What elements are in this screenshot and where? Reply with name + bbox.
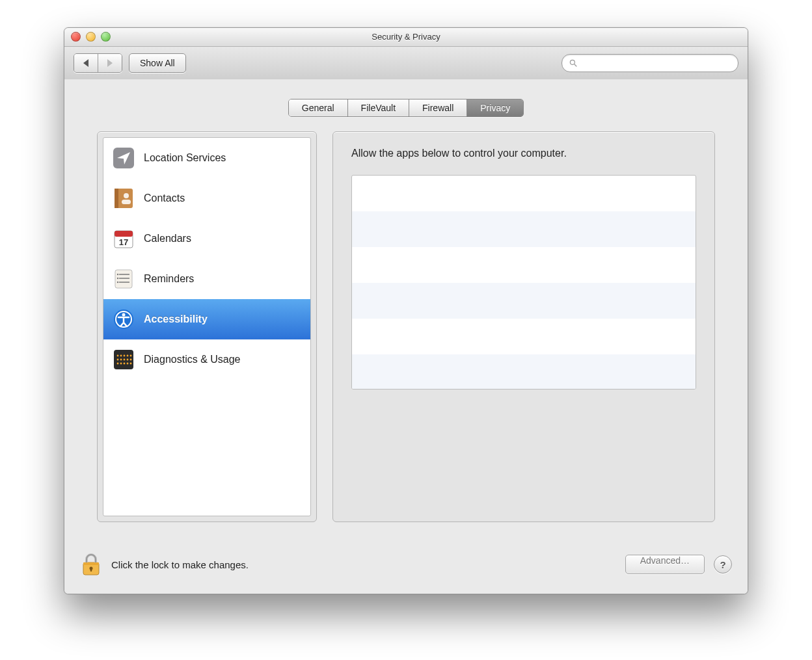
svg-point-27	[120, 359, 122, 361]
sidebar-item-reminders[interactable]: Reminders	[103, 259, 310, 299]
svg-rect-37	[83, 562, 99, 565]
tab-filevault-label: FileVault	[361, 103, 396, 113]
footer: Click the lock to make changes. Advanced…	[64, 535, 748, 594]
svg-point-22	[120, 355, 122, 357]
svg-point-31	[117, 363, 119, 365]
tab-filevault[interactable]: FileVault	[347, 99, 409, 116]
contacts-icon	[113, 187, 135, 209]
svg-rect-4	[115, 189, 118, 208]
svg-point-28	[124, 359, 126, 361]
list-row[interactable]	[352, 176, 696, 211]
sidebar-item-label: Diagnostics & Usage	[144, 354, 241, 365]
reminders-icon	[113, 268, 135, 290]
search-icon	[569, 59, 578, 68]
sidebar-item-diagnostics[interactable]: Diagnostics & Usage	[103, 339, 310, 380]
accessibility-icon	[113, 308, 135, 330]
close-window-button[interactable]	[71, 32, 81, 42]
preferences-window: Security & Privacy Show All	[64, 27, 748, 594]
tab-firewall[interactable]: Firewall	[409, 99, 467, 116]
calendar-icon: 17	[113, 228, 135, 250]
list-row[interactable]	[352, 319, 696, 354]
tab-general[interactable]: General	[289, 99, 347, 116]
lock-message: Click the lock to make changes.	[111, 559, 249, 570]
svg-text:17: 17	[119, 237, 128, 247]
svg-point-0	[570, 60, 575, 64]
svg-point-35	[130, 363, 132, 365]
svg-point-34	[127, 363, 129, 365]
sidebar-item-label: Calendars	[144, 233, 191, 244]
sidebar-item-label: Accessibility	[144, 313, 208, 325]
search-input[interactable]	[582, 58, 731, 69]
diagnostics-icon	[113, 349, 135, 371]
help-button[interactable]: ?	[714, 555, 732, 574]
help-icon: ?	[720, 559, 725, 570]
list-row[interactable]	[352, 211, 696, 247]
list-row[interactable]	[352, 354, 696, 389]
svg-point-23	[124, 355, 126, 357]
allowed-apps-list[interactable]	[351, 175, 696, 389]
minimize-window-button[interactable]	[86, 32, 96, 42]
list-row[interactable]	[352, 283, 696, 319]
zoom-window-button[interactable]	[101, 32, 111, 42]
svg-point-30	[130, 359, 132, 361]
sidebar-item-location-services[interactable]: Location Services	[103, 138, 310, 178]
sidebar-item-calendars[interactable]: 17 Calendars	[103, 218, 310, 259]
tab-privacy-label: Privacy	[480, 103, 510, 113]
window-title: Security & Privacy	[372, 32, 440, 42]
window-body: General FileVault Firewall Privacy	[64, 79, 748, 594]
svg-point-16	[117, 282, 118, 283]
svg-point-32	[120, 363, 122, 365]
tab-privacy[interactable]: Privacy	[467, 99, 523, 116]
svg-point-14	[117, 274, 118, 275]
show-all-button[interactable]: Show All	[129, 53, 186, 73]
sidebar-item-accessibility[interactable]: Accessibility	[103, 299, 310, 339]
chevron-right-icon	[107, 59, 113, 67]
svg-point-21	[117, 355, 119, 357]
show-all-label: Show All	[140, 58, 175, 68]
svg-rect-6	[122, 200, 131, 204]
lock-icon[interactable]	[80, 551, 102, 577]
back-button[interactable]	[74, 54, 98, 72]
sidebar-item-contacts[interactable]: Contacts	[103, 178, 310, 218]
chevron-left-icon	[83, 59, 88, 67]
window-controls	[71, 32, 111, 42]
tab-bar: General FileVault Firewall Privacy	[64, 99, 748, 117]
svg-rect-39	[90, 568, 92, 572]
advanced-label: Advanced…	[640, 555, 690, 566]
forward-button[interactable]	[98, 54, 122, 72]
privacy-detail-panel: Allow the apps below to control your com…	[332, 131, 715, 522]
svg-point-5	[124, 193, 129, 198]
tab-firewall-label: Firewall	[422, 103, 453, 113]
list-row[interactable]	[352, 247, 696, 283]
sidebar-item-label: Location Services	[144, 152, 226, 164]
svg-point-29	[127, 359, 129, 361]
svg-point-25	[130, 355, 132, 357]
sidebar-item-label: Reminders	[144, 273, 194, 285]
svg-rect-8	[115, 231, 133, 237]
search-field[interactable]	[562, 54, 738, 72]
titlebar: Security & Privacy	[64, 28, 748, 47]
advanced-button[interactable]: Advanced…	[625, 555, 705, 574]
privacy-category-list[interactable]: Location Services Contacts 17	[103, 137, 311, 516]
detail-heading: Allow the apps below to control your com…	[351, 148, 696, 159]
sidebar-item-label: Contacts	[144, 192, 185, 204]
svg-line-1	[575, 64, 577, 67]
svg-point-33	[124, 363, 126, 365]
tab-general-label: General	[302, 103, 334, 113]
svg-point-26	[117, 359, 119, 361]
privacy-categories-panel: Location Services Contacts 17	[97, 131, 317, 522]
svg-point-24	[127, 355, 129, 357]
location-icon	[113, 147, 135, 169]
svg-point-19	[122, 313, 126, 317]
toolbar: Show All	[64, 47, 748, 80]
nav-segment	[74, 53, 122, 73]
svg-point-15	[117, 278, 118, 279]
